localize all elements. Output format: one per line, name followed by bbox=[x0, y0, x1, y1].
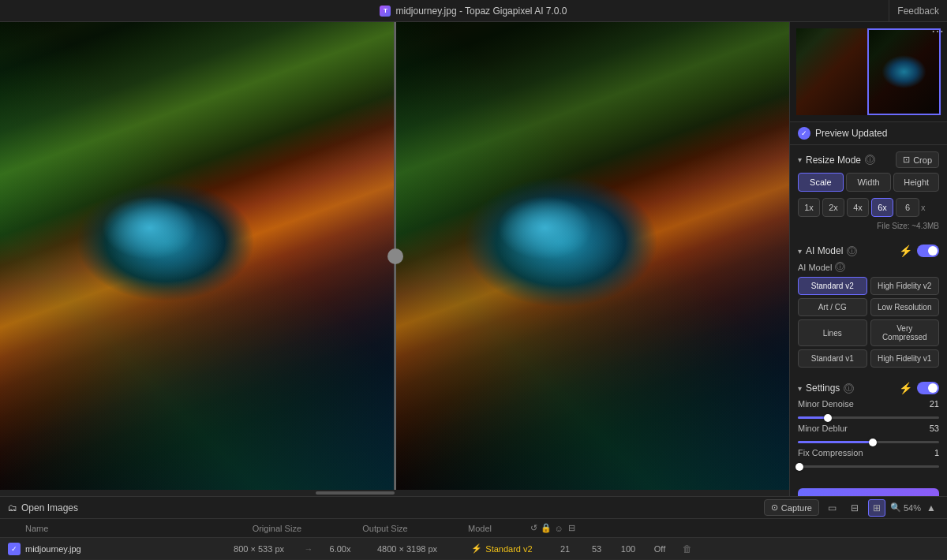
file-deblur-value: 53 bbox=[581, 544, 612, 554]
model-standard-v2-button[interactable]: Standard v2 bbox=[798, 277, 867, 295]
split-handle[interactable] bbox=[387, 248, 403, 264]
file-table: Name Original Size Output Size Model ↺ 🔒… bbox=[0, 518, 947, 560]
denoise-slider[interactable] bbox=[798, 416, 939, 419]
row-check-icon[interactable]: ✓ bbox=[8, 543, 21, 555]
image-panel-original[interactable] bbox=[0, 22, 395, 490]
file-size: File Size: ~4.3MB bbox=[798, 222, 939, 230]
ai-model-title: ▾ AI Model ⓘ bbox=[798, 245, 857, 256]
open-images-button[interactable]: 🗂 Open Images bbox=[8, 502, 78, 513]
height-button[interactable]: Height bbox=[893, 173, 939, 192]
model-high-fidelity-v2-button[interactable]: High Fidelity v2 bbox=[870, 277, 940, 295]
save-image-button[interactable]: Save Image ⬇ bbox=[798, 488, 939, 496]
original-image bbox=[0, 22, 394, 490]
zoom-display: 🔍 54% ▲ bbox=[890, 500, 939, 516]
scale-1x-button[interactable]: 1x bbox=[798, 198, 820, 217]
thumbnail-container bbox=[796, 28, 941, 115]
app-title: midjourney.jpg - Topaz Gigapixel AI 7.0.… bbox=[395, 6, 567, 17]
resize-mode-content: Scale Width Height 1x 2x 4x 6x x File Si… bbox=[790, 173, 947, 238]
model-very-compressed-button[interactable]: Very Compressed bbox=[870, 319, 940, 346]
resize-type-buttons: Scale Width Height bbox=[798, 173, 939, 192]
thumbnail-more-button[interactable]: ⋯ bbox=[931, 25, 944, 38]
zoom-value: 54% bbox=[904, 503, 921, 513]
sidebar: ⋯ ✓ Preview Updated ▾ Resize Mode ⓘ ⊡ Cr… bbox=[789, 22, 947, 496]
ai-model-label: AI Model bbox=[806, 245, 843, 256]
file-model-name: Standard v2 bbox=[485, 544, 532, 554]
header-original-size: Original Size bbox=[207, 524, 301, 533]
capture-label: Capture bbox=[781, 503, 812, 513]
resize-mode-header[interactable]: ▾ Resize Mode ⓘ ⊡ Crop bbox=[790, 145, 947, 173]
ai-model-chevron-icon: ▾ bbox=[798, 247, 802, 256]
file-denoise-value: 21 bbox=[549, 544, 581, 554]
scale-x-label: x bbox=[921, 203, 926, 212]
scale-4x-button[interactable]: 4x bbox=[847, 198, 869, 217]
denoise-row: Minor Denoise 21 bbox=[798, 399, 939, 409]
settings-label: Settings bbox=[806, 383, 840, 394]
compression-thumb[interactable] bbox=[795, 463, 803, 471]
titlebar: T midjourney.jpg - Topaz Gigapixel AI 7.… bbox=[0, 0, 947, 22]
feedback-button[interactable]: Feedback bbox=[889, 0, 947, 21]
split-view-button[interactable]: ⊟ bbox=[846, 499, 863, 517]
settings-toggle[interactable] bbox=[917, 382, 939, 394]
deblur-label: Minor Deblur bbox=[798, 424, 917, 433]
side-by-side-button[interactable]: ⊞ bbox=[868, 499, 885, 517]
zoom-icon: 🔍 bbox=[890, 502, 901, 513]
ai-model-toggle[interactable] bbox=[917, 245, 939, 257]
model-art-cg-button[interactable]: Art / CG bbox=[798, 298, 867, 316]
deblur-thumb[interactable] bbox=[869, 439, 877, 446]
resize-mode-title: ▾ Resize Mode ⓘ bbox=[798, 155, 875, 166]
scale-options: 1x 2x 4x 6x x bbox=[798, 198, 939, 217]
scale-2x-button[interactable]: 2x bbox=[822, 198, 844, 217]
resize-chevron-icon: ▾ bbox=[798, 155, 802, 164]
compression-slider[interactable] bbox=[798, 465, 939, 468]
model-label-info-icon[interactable]: ⓘ bbox=[835, 262, 845, 272]
model-high-fidelity-v1-button[interactable]: High Fidelity v1 bbox=[870, 349, 940, 368]
table-row: ✓ midjourney.jpg 800 × 533 px → 6.00x 48… bbox=[0, 538, 947, 560]
image-panel-processed[interactable] bbox=[395, 22, 789, 490]
header-lock-icon: 🔒 bbox=[540, 523, 552, 533]
thumbnail-area: ⋯ bbox=[790, 22, 947, 122]
thumbnail-processed bbox=[867, 28, 941, 115]
bottom-toolbar: 🗂 Open Images ⊙ Capture ▭ ⊟ ⊞ 🔍 54% ▲ bbox=[0, 496, 947, 518]
scrollbar-thumb[interactable] bbox=[316, 491, 395, 495]
split-view bbox=[0, 22, 789, 490]
main-layout: ⋯ ✓ Preview Updated ▾ Resize Mode ⓘ ⊡ Cr… bbox=[0, 22, 947, 496]
denoise-track bbox=[798, 416, 939, 419]
preview-updated: ✓ Preview Updated bbox=[790, 122, 947, 145]
model-lines-button[interactable]: Lines bbox=[798, 319, 867, 346]
open-images-label: Open Images bbox=[21, 502, 78, 513]
file-arrow-icon: → bbox=[297, 544, 320, 554]
split-divider bbox=[395, 22, 396, 490]
settings-info-icon[interactable]: ⓘ bbox=[844, 383, 854, 394]
model-standard-v1-button[interactable]: Standard v1 bbox=[798, 349, 867, 368]
thumbnail-original bbox=[796, 28, 867, 115]
resize-mode-info-icon[interactable]: ⓘ bbox=[865, 155, 875, 165]
scale-custom-input[interactable] bbox=[896, 198, 919, 217]
capture-button[interactable]: ⊙ Capture bbox=[764, 499, 819, 516]
denoise-thumb[interactable] bbox=[824, 414, 832, 422]
denoise-label: Minor Denoise bbox=[798, 399, 917, 409]
bottom-section: 🗂 Open Images ⊙ Capture ▭ ⊟ ⊞ 🔍 54% ▲ Na… bbox=[0, 496, 947, 560]
zoom-expand-button[interactable]: ▲ bbox=[923, 500, 939, 516]
scale-6x-button[interactable]: 6x bbox=[871, 198, 893, 217]
ai-model-info-icon[interactable]: ⓘ bbox=[847, 246, 857, 256]
scale-button[interactable]: Scale bbox=[798, 173, 844, 192]
topaz-icon: T bbox=[380, 6, 391, 17]
deblur-slider[interactable] bbox=[798, 441, 939, 443]
header-output-size: Output Size bbox=[338, 524, 432, 533]
single-view-button[interactable]: ▭ bbox=[824, 499, 841, 517]
width-button[interactable]: Width bbox=[846, 173, 892, 192]
file-original-size: 800 × 533 px bbox=[189, 544, 284, 554]
file-delete-button[interactable]: 🗑 bbox=[676, 543, 699, 554]
crop-label: Crop bbox=[913, 155, 932, 165]
settings-header[interactable]: ▾ Settings ⓘ ⚡ bbox=[790, 375, 947, 399]
compression-row: Fix Compression 1 bbox=[798, 448, 939, 457]
settings-lightning-icon: ⚡ bbox=[899, 382, 912, 394]
crop-button[interactable]: ⊡ Crop bbox=[896, 151, 939, 168]
horizontal-scrollbar[interactable] bbox=[0, 490, 789, 496]
file-status: Off bbox=[644, 544, 676, 554]
crop-icon: ⊡ bbox=[903, 155, 910, 165]
header-grid-icon: ⊟ bbox=[565, 523, 578, 533]
ai-model-header[interactable]: ▾ AI Model ⓘ ⚡ bbox=[790, 238, 947, 262]
header-smiley-icon: ☺ bbox=[552, 524, 565, 533]
model-low-resolution-button[interactable]: Low Resolution bbox=[870, 298, 940, 316]
